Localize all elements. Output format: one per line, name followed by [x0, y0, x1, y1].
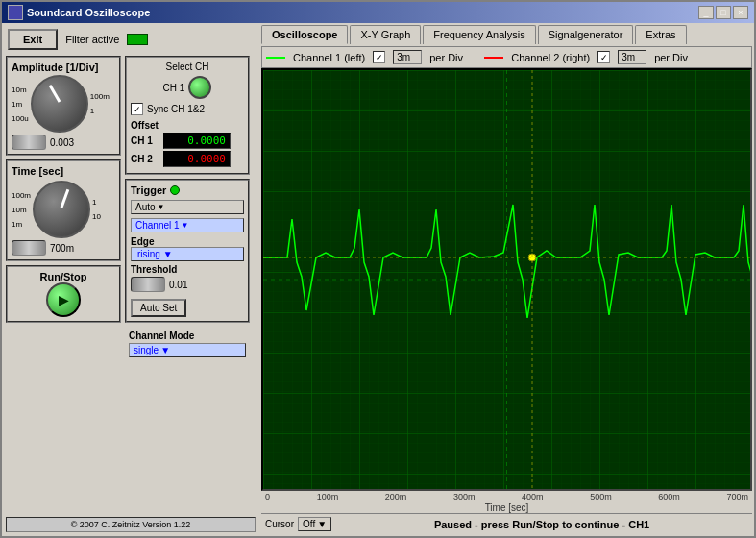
sync-checkbox[interactable]: ✓	[131, 103, 143, 115]
edge-row: Edge rising ▼	[131, 236, 244, 261]
ch2-line-icon	[484, 57, 503, 59]
title-bar: Soundcard Oszilloscope _ □ ×	[2, 2, 754, 23]
x-label-700m: 700m	[726, 492, 748, 501]
amp-header: Amplitude [1/Div]	[12, 61, 115, 73]
time-label-10m: 10m	[12, 206, 31, 214]
tab-oscilloscope[interactable]: Oscilloscope	[261, 25, 348, 44]
threshold-row: Threshold 0.01	[131, 264, 244, 292]
time-title: Time [sec]	[12, 165, 115, 177]
time-knob[interactable]	[33, 181, 90, 238]
cursor-label: Cursor	[265, 519, 294, 529]
amp-label-1: 1	[90, 107, 110, 115]
ch1-offset-row: CH 1 0.0000	[131, 133, 244, 149]
ch2-per-div-label: per Div	[654, 52, 688, 63]
bottom-bar: Cursor Off ▼ Paused - press Run/Stop to …	[261, 513, 752, 534]
middle-row: Amplitude [1/Div] 10m 1m 100u	[6, 56, 256, 513]
ch1-label: Channel 1 (left)	[293, 52, 365, 63]
x-label-600m: 600m	[658, 492, 680, 501]
main-window: Soundcard Oszilloscope _ □ × Exit Filter…	[0, 0, 756, 538]
ch1-checkbox[interactable]: ✓	[373, 51, 385, 63]
tabs: Oscilloscope X-Y Graph Frequency Analysi…	[261, 25, 752, 44]
amp-label-10m: 10m	[12, 86, 29, 94]
trigger-col: Select CH CH 1 ✓ Sync CH 1&2 Offset	[125, 56, 250, 513]
cursor-dropdown[interactable]: Off ▼	[298, 517, 331, 531]
x-axis: 0 100m 200m 300m 400m 500m 600m 700m	[261, 491, 752, 502]
ch1-indicator	[188, 76, 211, 99]
edge-dropdown[interactable]: rising ▼	[131, 247, 244, 261]
amplitude-section: Amplitude [1/Div] 10m 1m 100u	[6, 56, 121, 156]
time-small-knob[interactable]	[12, 240, 46, 256]
trigger-mode-dropdown[interactable]: Auto ▼	[131, 200, 244, 214]
threshold-knob[interactable]	[131, 277, 165, 292]
status-text: Paused - press Run/Stop to continue - CH…	[335, 519, 748, 530]
cursor-dropdown-arrow: ▼	[317, 519, 327, 529]
maximize-button[interactable]: □	[716, 6, 731, 19]
window-controls: _ □ ×	[698, 6, 748, 19]
filter-indicator	[127, 34, 148, 45]
window-title: Soundcard Oszilloscope	[27, 7, 150, 18]
select-ch-section: Select CH CH 1 ✓ Sync CH 1&2 Offset	[125, 56, 250, 175]
select-ch-label: Select CH	[131, 61, 244, 72]
tab-frequency-analysis[interactable]: Frequency Analysis	[423, 25, 535, 44]
x-label-100m: 100m	[317, 492, 339, 501]
close-button[interactable]: ×	[733, 6, 748, 19]
ch1-per-div-input[interactable]	[393, 50, 422, 64]
threshold-value: 0.01	[169, 280, 187, 290]
ch1-label-text: CH 1	[163, 83, 185, 93]
trigger-led	[170, 185, 180, 195]
copyright: © 2007 C. Zeitnitz Version 1.22	[6, 517, 256, 532]
ch1-offset-value[interactable]: 0.0000	[163, 133, 231, 149]
time-section: Time [sec] 100m 10m 1m 1	[6, 159, 121, 261]
run-stop-button[interactable]: ▶	[46, 282, 81, 317]
amp-label-100m: 100m	[90, 92, 110, 101]
x-label-400m: 400m	[522, 492, 544, 501]
sync-row: ✓ Sync CH 1&2	[131, 103, 244, 115]
edge-value: rising	[137, 249, 160, 259]
trigger-channel-value: Channel 1	[135, 220, 180, 231]
run-stop-label: Run/Stop	[40, 271, 87, 282]
sync-label: Sync CH 1&2	[147, 104, 205, 114]
right-panel: Oscilloscope X-Y Graph Frequency Analysi…	[259, 23, 754, 536]
channel-mode-dropdown[interactable]: single ▼	[129, 343, 246, 357]
offset-title: Offset	[131, 120, 159, 131]
offset-section: Offset CH 1 0.0000 CH 2 0.0000	[131, 119, 244, 167]
x-label-200m: 200m	[385, 492, 407, 501]
time-axis-label: Time [sec]	[261, 502, 752, 513]
amp-value: 0.003	[50, 137, 74, 148]
knob-indicator	[48, 85, 61, 103]
trigger-channel-row: Channel 1 ▼	[131, 218, 244, 232]
ch2-offset-value[interactable]: 0.0000	[163, 151, 231, 167]
ch2-label: Channel 2 (right)	[511, 52, 590, 63]
top-controls: Exit Filter active	[6, 27, 256, 52]
channel-controls: Channel 1 (left) ✓ per Div Channel 2 (ri…	[261, 46, 752, 68]
oscilloscope-canvas	[263, 70, 750, 489]
tab-xy-graph[interactable]: X-Y Graph	[350, 25, 421, 44]
ch2-checkbox[interactable]: ✓	[597, 51, 610, 63]
ch2-offset-row: CH 2 0.0000	[131, 151, 244, 167]
edge-label: Edge	[131, 236, 244, 247]
trigger-header: Trigger	[131, 184, 244, 196]
threshold-label: Threshold	[131, 264, 244, 275]
time-value-row: 700m	[12, 240, 115, 256]
channel-mode-value: single	[134, 345, 159, 355]
x-label-0: 0	[265, 492, 270, 501]
amplitude-knob[interactable]	[31, 75, 88, 133]
cursor-value: Off	[303, 519, 315, 529]
minimize-button[interactable]: _	[698, 6, 714, 19]
time-label-10: 10	[92, 212, 101, 221]
trigger-channel-dropdown[interactable]: Channel 1 ▼	[131, 218, 244, 232]
exit-button[interactable]: Exit	[8, 29, 58, 50]
auto-set-button[interactable]: Auto Set	[131, 299, 186, 317]
amplitude-title: Amplitude [1/Div]	[12, 61, 98, 73]
tab-extras[interactable]: Extras	[635, 25, 686, 44]
tab-signal-generator[interactable]: Signalgenerator	[538, 25, 634, 44]
trigger-section: Trigger Auto ▼ Channel 1	[125, 179, 250, 323]
amp-small-knob[interactable]	[12, 134, 46, 150]
ch2-offset-label: CH 2	[131, 154, 159, 164]
ch2-per-div-input[interactable]	[618, 50, 646, 64]
x-label-500m: 500m	[590, 492, 612, 501]
main-content: Exit Filter active Amplitude [1/Div]	[2, 23, 754, 536]
time-label-1: 1	[92, 198, 101, 207]
trigger-mode-arrow: ▼	[158, 203, 165, 211]
amp-value-row: 0.003	[12, 134, 115, 150]
